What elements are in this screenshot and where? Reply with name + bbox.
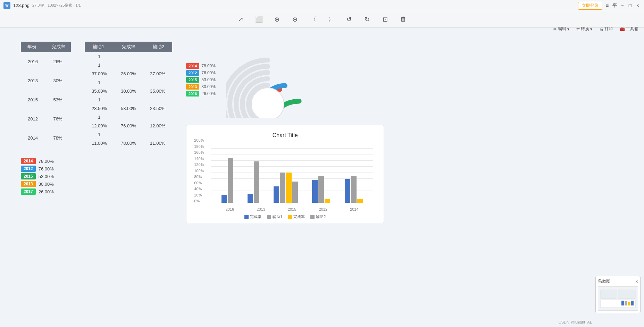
bar-group: [312, 176, 330, 203]
legend-pct: 26.00%: [39, 189, 54, 194]
thumbnail-header: 鸟瞰图 ×: [598, 278, 638, 284]
tables-area: 年份 完成率 201626%201330%201553%201276%20147…: [21, 42, 172, 313]
fullscreen-icon[interactable]: ⤢: [235, 14, 246, 25]
login-button[interactable]: 立即登录: [578, 2, 602, 10]
table-row: 1: [85, 95, 172, 104]
radial-chart-container: 2014 78.00% 2012 76.00% 2015 53.00% 2013…: [186, 42, 623, 118]
table-row: 12.00%76.00%12.00%: [85, 121, 172, 130]
app-logo: W: [3, 2, 10, 9]
close-button[interactable]: ×: [635, 3, 641, 8]
charts-area: 2014 78.00% 2012 76.00% 2015 53.00% 2013…: [186, 42, 623, 313]
table-row: 201626%: [21, 52, 71, 71]
y-axis-label: 180%: [194, 144, 204, 149]
legend-badge: 2014: [21, 158, 36, 164]
svg-rect-6: [628, 302, 630, 305]
select-icon[interactable]: ⬜: [253, 14, 265, 25]
legend-item: 2015 53.00%: [21, 173, 172, 179]
file-meta: 27.84K · 1082×725像素 · 1/1: [32, 3, 81, 8]
legend-pct: 30.00%: [39, 182, 54, 187]
table-row: 201553%: [21, 90, 71, 109]
legend-color-dot: [267, 215, 271, 219]
svg-rect-7: [631, 301, 634, 305]
legend-color-dot: [288, 215, 292, 219]
maximize-button[interactable]: □: [627, 3, 633, 8]
toolbar: ⤢ ⬜ ⊕ ⊖ 〈 〉 ↺ ↻ ⊡ 🗑: [0, 11, 644, 28]
main-content: 年份 完成率 201626%201330%201553%201276%20147…: [0, 28, 644, 327]
legend-list-left: 2014 78.00% 2012 76.00% 2015 53.00% 2013…: [21, 158, 172, 195]
bar: [274, 186, 279, 203]
legend-badge: 2013: [21, 181, 36, 187]
next-icon[interactable]: 〉: [326, 14, 337, 25]
legend-badge: 2012: [21, 166, 36, 172]
y-axis-label: 40%: [194, 187, 202, 191]
y-axis-label: 100%: [194, 169, 204, 173]
chart-legend-item: 辅助1: [267, 214, 282, 219]
y-axis-label: 200%: [194, 138, 204, 142]
svg-rect-5: [625, 301, 627, 305]
radial-badge: 2016: [186, 91, 199, 97]
pin-icon[interactable]: 平: [612, 3, 618, 8]
table-row: 201276%: [21, 109, 71, 128]
y-axis-label: 120%: [194, 162, 204, 167]
radial-pct: 53.00%: [201, 77, 216, 82]
thumbnail-title: 鸟瞰图: [598, 278, 610, 284]
rotate-right-icon[interactable]: ↻: [362, 14, 373, 25]
zoom-in-icon[interactable]: ⊕: [271, 14, 283, 25]
radial-legend-item: 2013 30.00%: [186, 84, 216, 90]
table-row: 1: [85, 61, 172, 69]
y-axis-label: 20%: [194, 193, 202, 197]
grid-line: 0%: [211, 203, 373, 203]
table-row: 1: [85, 113, 172, 121]
chart-legend: 完成率 辅助1 完成率 辅助2: [193, 214, 377, 219]
y-axis-label: 60%: [194, 181, 202, 185]
legend-pct: 76.00%: [39, 166, 54, 171]
radial-badge: 2014: [186, 63, 199, 69]
radial-legend-item: 2015 53.00%: [186, 77, 216, 83]
legend-item: 2014 78.00%: [21, 158, 172, 164]
chart-legend-label: 辅助1: [273, 214, 282, 219]
legend-item: 2013 30.00%: [21, 181, 172, 187]
x-axis-label: 2016: [221, 207, 239, 211]
legend-color-dot: [244, 215, 249, 219]
bar: [221, 195, 227, 203]
rotate-left-icon[interactable]: ↺: [344, 14, 355, 25]
bar-group: [248, 161, 259, 203]
titlebar: W 123.png 27.84K · 1082×725像素 · 1/1 立即登录…: [0, 0, 644, 11]
radial-legend-item: 2012 76.00%: [186, 70, 216, 76]
tables-row: 年份 完成率 201626%201330%201553%201276%20147…: [21, 42, 172, 148]
chart-legend-label: 辅助2: [316, 214, 326, 219]
chart-legend-label: 完成率: [250, 214, 261, 219]
minimize-button[interactable]: －: [620, 3, 625, 8]
thumbnail-close-button[interactable]: ×: [635, 279, 638, 284]
table-row: 23.50%53.00%23.50%: [85, 104, 172, 113]
legend-pct: 78.00%: [39, 159, 54, 164]
menu-icon[interactable]: ≡: [604, 3, 610, 8]
bar-group: [221, 158, 233, 203]
radial-pct: 78.00%: [201, 64, 216, 68]
table-row: 201478%: [21, 128, 71, 148]
y-axis-label: 140%: [194, 157, 204, 161]
zoom-out-icon[interactable]: ⊖: [290, 14, 301, 25]
prev-icon[interactable]: 〈: [308, 14, 319, 25]
x-axis-label: 2015: [283, 207, 301, 211]
table-row: 201330%: [21, 71, 71, 90]
chart-legend-item: 完成率: [244, 214, 261, 219]
table-row: 1: [85, 78, 172, 87]
legend-badge: 2015: [21, 173, 36, 179]
legend-pct: 53.00%: [39, 174, 54, 179]
table2: 辅助1 完成率 辅助2 1137.00%26.00%37.00%135.00%3…: [85, 42, 172, 148]
flip-icon[interactable]: ⊡: [380, 14, 391, 25]
radial-legend-item: 2016 26.00%: [186, 91, 216, 97]
y-axis-label: 160%: [194, 150, 204, 154]
thumbnail-panel: 鸟瞰图 ×: [595, 276, 641, 313]
radial-chart: [226, 42, 309, 118]
bar: [351, 176, 357, 203]
table1: 年份 完成率 201626%201330%201553%201276%20147…: [21, 42, 71, 148]
radial-legend: 2014 78.00% 2012 76.00% 2015 53.00% 2013…: [186, 63, 216, 97]
table-row: 11.00%78.00%11.00%: [85, 139, 172, 148]
thumbnail-image: [598, 286, 638, 311]
bar: [292, 182, 298, 203]
legend-badge: 2017: [21, 188, 36, 195]
delete-icon[interactable]: 🗑: [398, 14, 409, 25]
svg-point-0: [251, 88, 284, 118]
